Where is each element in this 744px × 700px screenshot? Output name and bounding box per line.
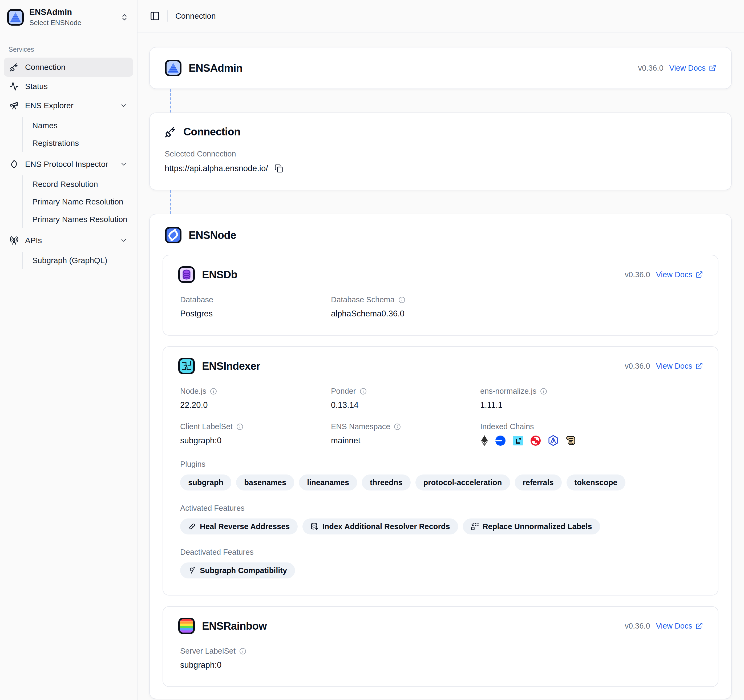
sidebar-item-label: ENS Protocol Inspector: [25, 160, 108, 169]
apis-subgroup: Subgraph (GraphQL): [22, 252, 133, 269]
version-label: v0.36.0: [625, 622, 650, 630]
ensdb-logo-icon: [178, 266, 195, 283]
database-schema-field: Database Schema alphaSchema0.36.0: [331, 295, 480, 319]
chain-icon-ethereum: [480, 435, 489, 447]
view-docs-link[interactable]: View Docs: [670, 64, 716, 73]
external-link-icon: [709, 64, 716, 72]
sidebar-item-subgraph-graphql[interactable]: Subgraph (GraphQL): [23, 252, 133, 269]
external-link-icon: [695, 622, 703, 630]
ens-normalize-field: ens-normalize.js 1.11.1: [480, 387, 701, 410]
plug-zap-icon: [10, 63, 19, 72]
connection-url: https://api.alpha.ensnode.io/: [165, 164, 268, 173]
card-connector-line: [170, 190, 171, 214]
feature-badge: Replace Unnormalized Labels: [463, 518, 600, 535]
info-icon[interactable]: [360, 388, 367, 395]
chevron-down-icon[interactable]: [120, 161, 127, 168]
plugin-badge: subgraph: [180, 475, 231, 490]
ensnode-card: ENSNode: [149, 214, 732, 699]
ensadmin-logo-icon: [165, 60, 182, 76]
chevrons-up-down-icon[interactable]: [119, 12, 130, 23]
connection-card: Connection Selected Connection https://a…: [149, 113, 732, 190]
ens-explorer-subgroup: Names Registrations: [22, 117, 133, 152]
card-title: ENSDb: [202, 269, 237, 281]
chain-icon-3dns: [530, 435, 542, 447]
sidebar-item-primary-name-resolution[interactable]: Primary Name Resolution: [23, 193, 133, 211]
graph-node-icon: [188, 566, 196, 575]
card-title: ENSNode: [189, 229, 236, 241]
app-title: ENSAdmin: [29, 7, 113, 17]
sidebar-item-ens-protocol-inspector[interactable]: ENS Protocol Inspector: [4, 155, 133, 174]
server-labelset-field: Server LabelSet subgraph:0: [180, 647, 701, 670]
plugin-badge: tokenscope: [567, 475, 625, 490]
ens-namespace-field: ENS Namespace mainnet: [331, 422, 480, 447]
sidebar-item-connection[interactable]: Connection: [4, 58, 133, 77]
ensrainbow-logo-icon: [178, 617, 195, 634]
feature-badge: Heal Reverse Addresses: [180, 518, 298, 535]
info-icon[interactable]: [540, 388, 547, 395]
view-docs-link[interactable]: View Docs: [656, 622, 703, 630]
ens-protocol-inspector-subgroup: Record Resolution Primary Name Resolutio…: [22, 176, 133, 228]
sidebar-item-record-resolution[interactable]: Record Resolution: [23, 176, 133, 193]
info-icon[interactable]: [398, 296, 405, 303]
feature-badge: Index Additional Resolver Records: [302, 518, 458, 535]
info-icon[interactable]: [210, 388, 217, 395]
indexed-chains-field: Indexed Chains: [480, 422, 701, 447]
version-label: v0.36.0: [625, 270, 650, 279]
info-icon[interactable]: [237, 423, 243, 430]
plugin-badge: referrals: [515, 475, 562, 490]
sidebar-item-apis[interactable]: APIs: [4, 231, 133, 250]
sidebar-item-label: ENS Explorer: [25, 101, 74, 110]
ponder-field: Ponder 0.13.14: [331, 387, 480, 410]
sidebar-item-primary-names-resolution[interactable]: Primary Names Resolution: [23, 211, 133, 228]
main-area: Connection ENSAdmin v0.36.0: [137, 0, 744, 700]
page-content: ENSAdmin v0.36.0 View Docs: [137, 33, 744, 700]
feature-badge: Subgraph Compatibility: [180, 563, 295, 578]
topbar-divider: [167, 10, 168, 22]
view-docs-link[interactable]: View Docs: [656, 270, 703, 279]
version-label: v0.36.0: [638, 64, 663, 73]
copy-icon[interactable]: [274, 163, 284, 174]
plugin-badge: threedns: [362, 475, 411, 490]
sidebar-item-ens-explorer[interactable]: ENS Explorer: [4, 96, 133, 115]
external-link-icon: [695, 271, 703, 278]
replace-icon: [471, 523, 479, 530]
sidebar-item-registrations[interactable]: Registrations: [23, 134, 133, 152]
ensindexer-logo-icon: [178, 357, 195, 375]
sidebar-item-label: APIs: [25, 236, 42, 245]
plugin-badge: lineanames: [299, 475, 357, 490]
activated-features-row: Heal Reverse Addresses: [180, 518, 701, 535]
chain-icon-linea: [512, 435, 524, 447]
plugins-label: Plugins: [180, 460, 701, 469]
version-label: v0.36.0: [625, 362, 650, 371]
ensrainbow-card: ENSRainbow v0.36.0 View Docs: [162, 606, 719, 687]
database-plus-icon: [311, 523, 318, 530]
external-link-icon: [695, 362, 703, 370]
ensnode-selector[interactable]: ENSAdmin Select ENSNode: [4, 4, 133, 30]
card-title: ENSIndexer: [202, 360, 260, 372]
info-icon[interactable]: [239, 648, 246, 655]
plugins-row: subgraph basenames lineanames threedns p…: [180, 475, 701, 490]
activated-features-label: Activated Features: [180, 504, 701, 512]
bandage-icon: [188, 523, 196, 530]
ensadmin-logo-icon: [7, 9, 24, 26]
chevron-down-icon[interactable]: [120, 237, 127, 244]
client-labelset-field: Client LabelSet subgraph:0: [180, 422, 331, 447]
panel-left-icon[interactable]: [150, 11, 160, 21]
selected-connection-label: Selected Connection: [165, 149, 716, 158]
card-title: ENSRainbow: [202, 620, 267, 632]
sidebar-item-status[interactable]: Status: [4, 77, 133, 96]
plug-zap-icon: [165, 126, 176, 138]
plugin-badge: basenames: [236, 475, 294, 490]
ensdb-card: ENSDb v0.36.0 View Docs: [162, 255, 719, 336]
info-icon[interactable]: [394, 423, 401, 430]
ensindexer-card: ENSIndexer v0.36.0 View Docs: [162, 346, 719, 596]
nodejs-field: Node.js 22.20.0: [180, 387, 331, 410]
chevron-down-icon[interactable]: [120, 102, 127, 109]
view-docs-link[interactable]: View Docs: [656, 362, 703, 371]
activity-icon: [10, 82, 19, 91]
ensadmin-card: ENSAdmin v0.36.0 View Docs: [149, 47, 732, 89]
card-title: ENSAdmin: [189, 62, 243, 74]
chain-icon-scroll: [565, 435, 577, 447]
telescope-icon: [10, 101, 19, 110]
sidebar-item-names[interactable]: Names: [23, 117, 133, 134]
